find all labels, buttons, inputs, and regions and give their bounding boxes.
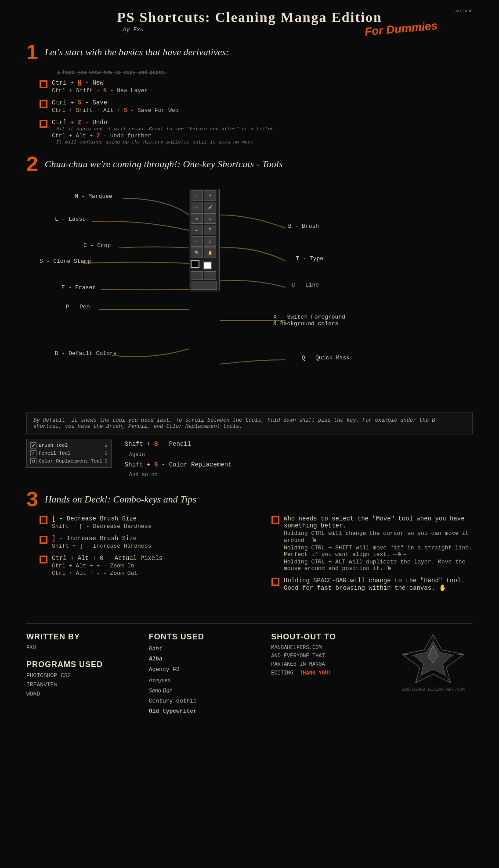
by-line-text: by Fxu xyxy=(123,26,144,33)
section-1-title: Let's start with the basics that have de… xyxy=(45,47,229,58)
footer-fonts: FONTS USED Dani Alba Agency FB Iremyumi … xyxy=(149,632,254,717)
brush-icon xyxy=(30,442,36,448)
footer-logo: SANT01989.DEVIANTART.COM xyxy=(394,632,473,692)
tool-label-e: E - Eraser xyxy=(61,284,96,291)
shoutout-line1: MANGAHELPERS.COM xyxy=(271,644,376,652)
shortcut-ctrl-s-sub: Ctrl + Shift + Alt + S - Save For Web xyxy=(52,107,473,114)
pencil-icon xyxy=(30,450,36,456)
tool-btn-marquee: ⬚ xyxy=(191,190,203,201)
shortcut-icon-zoom xyxy=(40,556,47,563)
tool-btn-type: T xyxy=(204,225,216,235)
strike-text: I hope you know how to copy and paste. xyxy=(57,70,167,75)
header: partone PS Shortcuts: Cleaning Manga Edi… xyxy=(26,9,473,33)
tool-btn-hand: ✋ xyxy=(204,247,216,258)
info-box-text: By default, it shows the tool you used l… xyxy=(33,417,435,430)
shortcut-bracket-l-main: [ - Decrease Brush Size xyxy=(52,515,241,522)
shortcut-bracket-r-main: ] - Increase Brush Size xyxy=(52,535,241,542)
tool-label-q: Q - Quick Mask xyxy=(302,355,350,361)
svg-line-0 xyxy=(32,444,35,447)
written-by-heading: WRITTEN BY xyxy=(26,632,131,642)
shortcut-bracket-r-content: ] - Increase Brush Size Shift + ] - Incr… xyxy=(52,535,241,549)
shortcut-ctrl-z-content: Ctrl + Z - Undo Hit it again and it will… xyxy=(52,119,473,145)
shortcut-spacebar: Holding SPACE-BAR will change to the "Ha… xyxy=(271,577,473,592)
shortcut-icon-ctrl-move xyxy=(271,516,279,524)
shortcut-ctrl-s: Ctrl + S - Save Ctrl + Shift + Alt + S -… xyxy=(40,99,473,114)
info-box: By default, it shows the tool you used l… xyxy=(26,412,473,434)
color-replace-icon xyxy=(30,458,36,464)
tool-list-brush: Brush Tool B xyxy=(30,441,108,449)
section-1-header: 1 Let's start with the basics that have … xyxy=(26,42,473,63)
shortcut-ctrl-n-content: Ctrl + N - New Ctrl + Shift + N - New La… xyxy=(52,79,473,94)
shoutout-line4: EDITING. THANK YOU! xyxy=(271,669,376,678)
section3-content: [ - Decrease Brush Size Shift + [ - Decr… xyxy=(26,515,473,597)
shortcut-bracket-left: [ - Decrease Brush Size Shift + [ - Decr… xyxy=(40,515,241,530)
tool-label-p: P - Pen xyxy=(66,304,90,310)
svg-line-1 xyxy=(32,452,34,455)
shoutout-line2: AND EVERYONE THAT xyxy=(271,652,376,660)
tools-diagram: M - Marquee L - Lasso C - Crop S - Clone… xyxy=(26,180,473,408)
shortcut-ctrl-move-sub2: Holding CTRL + SHIFT will move "it" in a… xyxy=(284,545,473,558)
shortcut-ctrl-move-sub3: Holding CTRL + ALT will duplicate the la… xyxy=(284,559,473,572)
shortcut-ctrl-z-main: Ctrl + Z - Undo xyxy=(52,119,473,126)
section-2-title: Chuu-chuu we're coming through!: One-key… xyxy=(45,158,283,170)
tool-label-x: X - Switch Foreground& Background colors xyxy=(273,314,345,327)
tool-btn-eraser: ◻ xyxy=(204,213,216,224)
font-century: Century Gothic xyxy=(149,696,254,706)
shortcut-ctrl-move-content: Who needs to select the "Move" tool when… xyxy=(284,515,473,572)
tool-label-d: D - Default Colors xyxy=(55,350,116,357)
font-old-typewriter: Old typewriter xyxy=(149,706,254,716)
section1-shortcuts: Ctrl + N - New Ctrl + Shift + N - New La… xyxy=(26,79,473,145)
tool-label-t: T - Type xyxy=(296,255,323,262)
section-2: 2 Chuu-chuu we're coming through!: One-k… xyxy=(26,154,473,480)
section-number-2: 2 xyxy=(26,154,38,175)
tool-list-box: Brush Tool B Pencil Tool B Color Replace… xyxy=(26,439,112,468)
tool-btn-line: ╱ xyxy=(204,236,216,247)
shortcut-ctrl-move-main: Who needs to select the "Move" tool when… xyxy=(284,515,473,529)
page-wrapper: partone PS Shortcuts: Cleaning Manga Edi… xyxy=(0,0,499,725)
shift-b-line2: Shift + B - Color Replacement xyxy=(125,459,232,470)
tool-btn-screen xyxy=(191,281,217,290)
tool-btn-zoom: 🔍 xyxy=(191,247,203,258)
shortcut-ctrl-n: Ctrl + N - New Ctrl + Shift + N - New La… xyxy=(40,79,473,94)
section-2-header: 2 Chuu-chuu we're coming through!: One-k… xyxy=(26,154,473,175)
section-3: 3 Hands on Deck!: Combo-keys and Tips [ … xyxy=(26,489,473,597)
font-alba: Alba xyxy=(149,654,254,664)
fg-color xyxy=(191,260,199,268)
programs-heading: PROGRAMS USED xyxy=(26,660,131,669)
fonts-heading: FONTS USED xyxy=(149,632,254,642)
shoutout-heading: SHOUT-OUT TO xyxy=(271,632,376,642)
tool-btn-pen: ✒ xyxy=(191,225,203,235)
color-replace-label: Color Replacement Tool xyxy=(39,459,102,464)
shoutout-thank: THANK YOU! xyxy=(300,670,331,676)
shortcut-icon-spacebar xyxy=(271,578,279,586)
shortcut-zoom: Ctrl + Alt + 0 - Actual Pixels Ctrl + Al… xyxy=(40,555,241,577)
tool-list-color-replace: Color Replacement Tool B xyxy=(30,457,108,465)
deviant-credit: SANT01989.DEVIANTART.COM xyxy=(401,687,465,692)
shoutout-text: MANGAHELPERS.COM AND EVERYONE THAT PARTA… xyxy=(271,644,376,678)
program-1: PHOTOSHOP CS2 xyxy=(26,671,131,681)
pencil-key: B xyxy=(105,451,108,456)
tool-label-m: M - Marquee xyxy=(75,193,112,200)
tool-label-s: S - Clone Stamp xyxy=(40,258,91,265)
shortcut-ctrl-s-content: Ctrl + S - Save Ctrl + Shift + Alt + S -… xyxy=(52,99,473,114)
shortcut-icon-bracket-r xyxy=(40,536,47,544)
tool-list-pencil: Pencil Tool B xyxy=(30,449,108,457)
shortcut-icon-2 xyxy=(40,100,47,108)
shortcut-bracket-l-content: [ - Decrease Brush Size Shift + [ - Decr… xyxy=(52,515,241,530)
shortcut-zoom-in: Ctrl + Alt + + - Zoom In xyxy=(52,563,241,569)
shortcut-bracket-right: ] - Increase Brush Size Shift + ] - Incr… xyxy=(40,535,241,549)
shift-b-section: Brush Tool B Pencil Tool B Color Replace… xyxy=(26,439,473,480)
shortcut-ctrl-s-main: Ctrl + S - Save xyxy=(52,99,473,106)
shift-b-again: Again xyxy=(125,450,232,460)
footer-shoutout: SHOUT-OUT TO MANGAHELPERS.COM AND EVERYO… xyxy=(271,632,376,678)
program-3: WORD xyxy=(26,690,131,699)
svg-line-7 xyxy=(453,654,464,655)
programs-list: PHOTOSHOP CS2 IRFANVIEW WORD xyxy=(26,671,131,699)
section-3-title: Hands on Deck!: Combo-keys and Tips xyxy=(45,494,196,505)
tool-btn-brush: 🖌 xyxy=(204,202,216,212)
shortcut-spacebar-main: Holding SPACE-BAR will change to the "Ha… xyxy=(284,577,473,592)
partone-badge: partone xyxy=(454,9,473,14)
shortcut-ctrl-z-note2: It will continue going up the History pa… xyxy=(52,140,473,145)
footer: WRITTEN BY FXU PROGRAMS USED PHOTOSHOP C… xyxy=(26,623,473,717)
shortcut-spacebar-content: Holding SPACE-BAR will change to the "Ha… xyxy=(284,577,473,592)
